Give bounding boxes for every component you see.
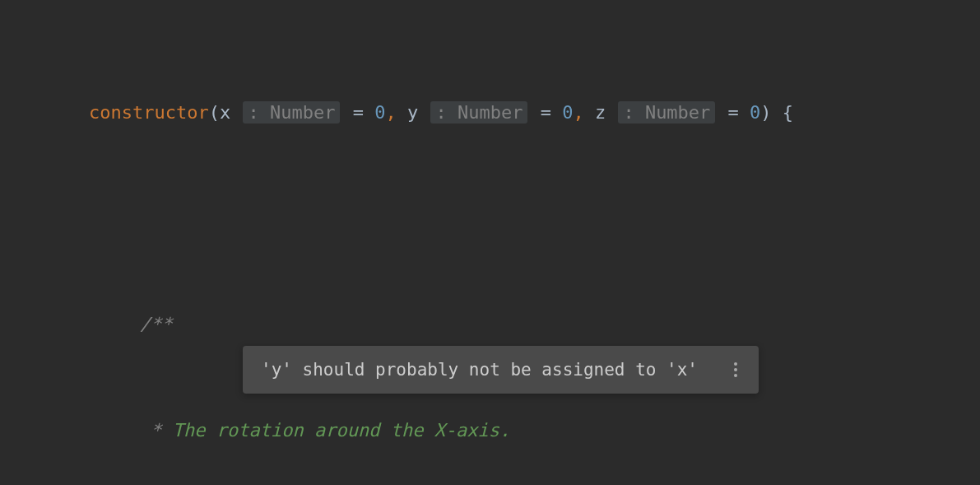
op-equals: =: [541, 102, 563, 123]
open-brace: {: [783, 102, 793, 123]
param-x-name: x: [220, 102, 230, 123]
code-line-signature[interactable]: constructor(x : Number = 0, y : Number =…: [0, 96, 980, 131]
doc-text: The rotation around the X-axis.: [173, 420, 511, 441]
doc-line[interactable]: * The rotation around the X-axis.: [0, 413, 980, 449]
more-actions-icon[interactable]: [731, 359, 741, 380]
close-paren: ): [760, 102, 771, 123]
op-equals: =: [353, 102, 375, 123]
tooltip-message: 'y' should probably not be assigned to '…: [261, 360, 698, 380]
comma: ,: [385, 102, 396, 123]
default-z: 0: [750, 102, 760, 123]
comma: ,: [573, 102, 583, 123]
default-y: 0: [562, 102, 573, 123]
inspection-tooltip: 'y' should probably not be assigned to '…: [243, 346, 759, 394]
op-equals: =: [728, 102, 750, 123]
open-paren: (: [209, 102, 220, 123]
type-hint-z: : Number: [618, 101, 715, 124]
keyword-constructor: constructor: [89, 102, 209, 123]
blank-line[interactable]: [0, 201, 980, 236]
doc-line[interactable]: /**: [0, 307, 980, 343]
doc-star: *: [140, 420, 173, 441]
doc-open: /**: [140, 314, 173, 334]
type-hint-x: : Number: [243, 101, 340, 124]
param-z-name: z: [595, 102, 606, 123]
type-hint-y: : Number: [430, 101, 527, 124]
default-x: 0: [374, 102, 385, 123]
param-y-name: y: [407, 102, 418, 123]
code-editor[interactable]: constructor(x : Number = 0, y : Number =…: [0, 0, 980, 485]
